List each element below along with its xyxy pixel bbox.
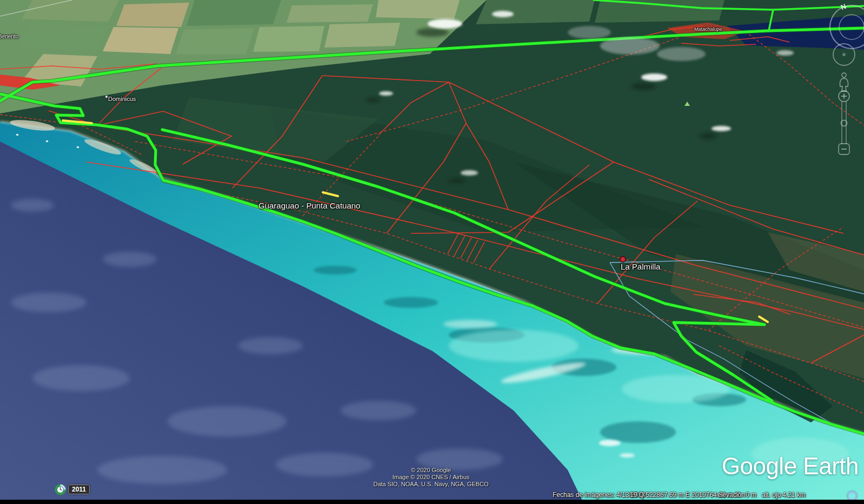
attribution-block: © 2020 Google Image © 2020 CNES / Airbus… bbox=[373, 467, 488, 488]
place-label-matachalupe[interactable]: Matachalupe bbox=[694, 26, 722, 32]
status-eye-altitude-label: alt. ojo bbox=[762, 491, 781, 499]
google-earth-logo: Google Earth bbox=[722, 453, 859, 480]
place-label-benerito[interactable]: Benerito bbox=[0, 33, 18, 39]
map-3d-view[interactable]: N bbox=[0, 0, 864, 504]
place-label-dominicus[interactable]: Dominicus bbox=[108, 96, 136, 102]
track-label-guaraguao-punta-catuano[interactable]: Guaraguao - Punta Catuano bbox=[258, 201, 360, 210]
status-elevation-value: 0 m bbox=[746, 491, 756, 499]
imagery-year-badge[interactable]: 2011 bbox=[68, 485, 90, 494]
historical-imagery-clock-icon[interactable] bbox=[55, 484, 66, 495]
status-elevation-label: elevación bbox=[717, 491, 745, 499]
placemark-arrow-icon[interactable] bbox=[684, 102, 690, 106]
place-label-la-palmilla[interactable]: La Palmilla bbox=[621, 262, 660, 271]
google-earth-window: N Benerito Dominicus Guaraguao - Punta C… bbox=[0, 0, 864, 504]
attribution-line-3: Data SIO, NOAA, U.S. Navy, NGA, GEBCO bbox=[373, 481, 488, 488]
attribution-line-1: © 2020 Google bbox=[373, 467, 488, 474]
attribution-line-2: Image © 2020 CNES / Airbus bbox=[373, 474, 488, 481]
status-eye-altitude-value: 4.21 km bbox=[782, 491, 806, 499]
bottom-divider-bar bbox=[0, 500, 864, 504]
